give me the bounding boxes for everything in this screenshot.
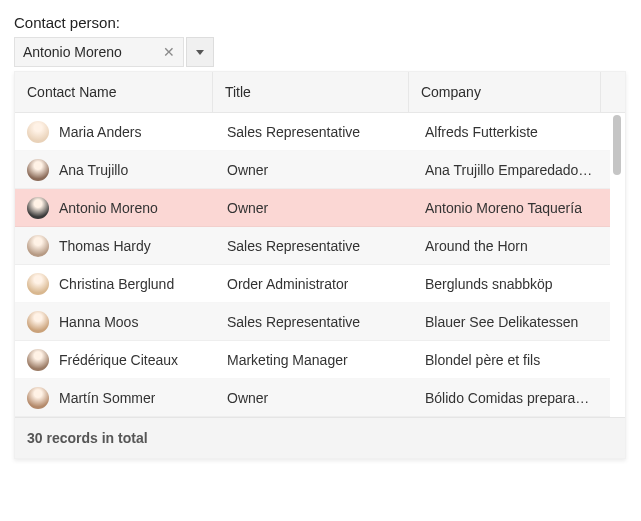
cell-title: Owner (215, 379, 413, 416)
cell-company: Alfreds Futterkiste (413, 113, 607, 150)
cell-title: Owner (215, 189, 413, 226)
title-text: Sales Representative (227, 238, 360, 254)
avatar (27, 121, 49, 143)
contact-name-text: Martín Sommer (59, 390, 155, 406)
col-header-company[interactable]: Company (409, 72, 601, 112)
table-row[interactable]: Maria AndersSales RepresentativeAlfreds … (15, 113, 610, 151)
grid-footer: 30 records in total (15, 417, 625, 458)
cell-title: Order Administrator (215, 265, 413, 302)
table-row[interactable]: Antonio MorenoOwnerAntonio Moreno Taquer… (15, 189, 610, 227)
cell-contact-name: Thomas Hardy (15, 227, 215, 264)
avatar (27, 235, 49, 257)
cell-contact-name: Hanna Moos (15, 303, 215, 340)
contact-name-text: Frédérique Citeaux (59, 352, 178, 368)
avatar (27, 349, 49, 371)
company-text: Antonio Moreno Taquería (425, 200, 582, 216)
contact-combobox[interactable]: Antonio Moreno ✕ (14, 37, 214, 67)
col-header-title[interactable]: Title (213, 72, 409, 112)
table-row[interactable]: Frédérique CiteauxMarketing ManagerBlond… (15, 341, 610, 379)
contact-name-text: Maria Anders (59, 124, 141, 140)
avatar (27, 159, 49, 181)
cell-company: Around the Horn (413, 227, 607, 264)
company-text: Blauer See Delikatessen (425, 314, 578, 330)
cell-contact-name: Frédérique Citeaux (15, 341, 215, 378)
title-text: Order Administrator (227, 276, 348, 292)
company-text: Berglunds snabbköp (425, 276, 553, 292)
grid-header: Contact Name Title Company (15, 72, 625, 113)
clear-icon[interactable]: ✕ (161, 45, 177, 59)
cell-title: Sales Representative (215, 227, 413, 264)
title-text: Owner (227, 162, 268, 178)
avatar (27, 387, 49, 409)
avatar (27, 273, 49, 295)
cell-contact-name: Maria Anders (15, 113, 215, 150)
table-row[interactable]: Martín SommerOwnerBólido Comidas prepara… (15, 379, 610, 417)
table-row[interactable]: Thomas HardySales RepresentativeAround t… (15, 227, 610, 265)
contact-name-text: Ana Trujillo (59, 162, 128, 178)
combobox-value: Antonio Moreno (23, 44, 161, 60)
cell-title: Owner (215, 151, 413, 188)
combobox-input-wrap[interactable]: Antonio Moreno ✕ (14, 37, 184, 67)
cell-title: Sales Representative (215, 303, 413, 340)
table-row[interactable]: Ana TrujilloOwnerAna Trujillo Emparedado… (15, 151, 610, 189)
cell-contact-name: Antonio Moreno (15, 189, 215, 226)
cell-contact-name: Martín Sommer (15, 379, 215, 416)
title-text: Owner (227, 200, 268, 216)
company-text: Bólido Comidas preparad… (425, 390, 595, 406)
company-text: Ana Trujillo Emparedados… (425, 162, 595, 178)
col-header-spacer (601, 72, 625, 112)
contact-name-text: Christina Berglund (59, 276, 174, 292)
title-text: Sales Representative (227, 314, 360, 330)
scrollbar-thumb[interactable] (613, 115, 621, 175)
cell-title: Marketing Manager (215, 341, 413, 378)
scrollbar[interactable] (610, 115, 624, 415)
contact-name-text: Antonio Moreno (59, 200, 158, 216)
company-text: Alfreds Futterkiste (425, 124, 538, 140)
caret-down-icon (196, 50, 204, 55)
company-text: Around the Horn (425, 238, 528, 254)
col-header-contact-name[interactable]: Contact Name (15, 72, 213, 112)
cell-company: Berglunds snabbköp (413, 265, 607, 302)
cell-contact-name: Christina Berglund (15, 265, 215, 302)
cell-contact-name: Ana Trujillo (15, 151, 215, 188)
table-row[interactable]: Christina BerglundOrder AdministratorBer… (15, 265, 610, 303)
contact-name-text: Hanna Moos (59, 314, 138, 330)
title-text: Marketing Manager (227, 352, 348, 368)
cell-company: Bólido Comidas preparad… (413, 379, 607, 416)
contacts-grid: Contact Name Title Company Maria AndersS… (14, 71, 626, 459)
table-row[interactable]: Hanna MoosSales RepresentativeBlauer See… (15, 303, 610, 341)
avatar (27, 311, 49, 333)
cell-title: Sales Representative (215, 113, 413, 150)
company-text: Blondel père et fils (425, 352, 540, 368)
dropdown-trigger[interactable] (186, 37, 214, 67)
field-label: Contact person: (14, 14, 627, 31)
title-text: Owner (227, 390, 268, 406)
title-text: Sales Representative (227, 124, 360, 140)
contact-name-text: Thomas Hardy (59, 238, 151, 254)
cell-company: Blondel père et fils (413, 341, 607, 378)
cell-company: Antonio Moreno Taquería (413, 189, 607, 226)
grid-body: Maria AndersSales RepresentativeAlfreds … (15, 113, 625, 417)
cell-company: Ana Trujillo Emparedados… (413, 151, 607, 188)
cell-company: Blauer See Delikatessen (413, 303, 607, 340)
avatar (27, 197, 49, 219)
